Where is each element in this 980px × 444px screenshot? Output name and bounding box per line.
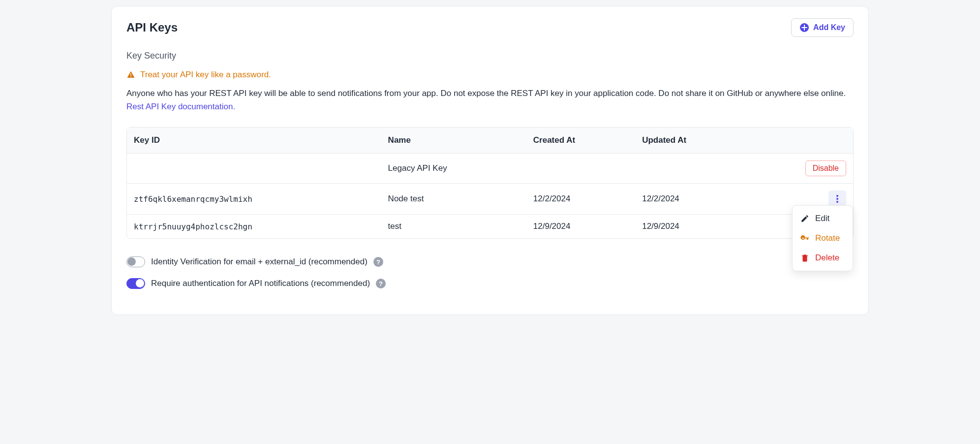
row-actions-menu: Edit Rotate Delete bbox=[792, 205, 853, 271]
disable-button[interactable]: Disable bbox=[805, 160, 846, 176]
identity-verification-row: Identity Verification for email + extern… bbox=[126, 256, 854, 267]
cell-name: Legacy API Key bbox=[381, 154, 526, 184]
cell-key-id: ztf6qkl6xemanrqcmy3wlmixh bbox=[127, 184, 381, 215]
security-description: Anyone who has your REST API key will be… bbox=[126, 87, 854, 113]
menu-edit-label: Edit bbox=[815, 214, 829, 223]
auth-required-row: Require authentication for API notificat… bbox=[126, 278, 854, 289]
api-keys-table-wrap: Key ID Name Created At Updated At Legacy… bbox=[126, 127, 854, 239]
rest-api-doc-link[interactable]: Rest API Key documentation. bbox=[126, 102, 235, 111]
key-icon bbox=[800, 234, 809, 243]
add-key-label: Add Key bbox=[813, 23, 845, 32]
svg-rect-2 bbox=[130, 76, 131, 77]
menu-rotate-label: Rotate bbox=[815, 233, 840, 243]
cell-updated-at: 12/2/2024 bbox=[635, 184, 766, 215]
kebab-icon bbox=[836, 195, 838, 203]
col-actions bbox=[766, 127, 853, 154]
col-updated-at: Updated At bbox=[635, 127, 766, 154]
identity-verification-label: Identity Verification for email + extern… bbox=[151, 257, 368, 267]
help-icon[interactable]: ? bbox=[376, 279, 386, 288]
svg-point-5 bbox=[836, 201, 838, 203]
cell-updated-at: 12/9/2024 bbox=[635, 215, 766, 239]
svg-point-3 bbox=[836, 195, 838, 197]
add-key-button[interactable]: Add Key bbox=[791, 18, 854, 37]
api-keys-card: API Keys Add Key Key Security Treat your… bbox=[111, 6, 869, 315]
cell-name: test bbox=[381, 215, 526, 239]
cell-key-id bbox=[127, 154, 381, 184]
row-actions-button[interactable] bbox=[828, 190, 846, 207]
description-text: Anyone who has your REST API key will be… bbox=[126, 89, 846, 98]
table-row: ktrrjr5nuuyg4phozlcsc2hgn test 12/9/2024… bbox=[127, 215, 853, 239]
warning-text: Treat your API key like a password. bbox=[140, 70, 271, 80]
col-key-id: Key ID bbox=[127, 127, 381, 154]
table-row: ztf6qkl6xemanrqcmy3wlmixh Node test 12/2… bbox=[127, 184, 853, 215]
plus-circle-icon bbox=[799, 23, 809, 32]
svg-point-4 bbox=[836, 198, 838, 200]
header-row: API Keys Add Key bbox=[126, 18, 854, 37]
col-created-at: Created At bbox=[526, 127, 635, 154]
menu-item-rotate[interactable]: Rotate bbox=[793, 228, 853, 248]
page-title: API Keys bbox=[126, 21, 178, 34]
warning-triangle-icon bbox=[126, 70, 135, 79]
menu-item-delete[interactable]: Delete bbox=[793, 248, 853, 268]
cell-created-at bbox=[526, 154, 635, 184]
cell-created-at: 12/2/2024 bbox=[526, 184, 635, 215]
cell-updated-at bbox=[635, 154, 766, 184]
auth-required-toggle[interactable] bbox=[126, 278, 145, 289]
svg-rect-1 bbox=[130, 73, 131, 76]
identity-verification-toggle[interactable] bbox=[126, 256, 145, 267]
trash-icon bbox=[800, 254, 809, 262]
col-name: Name bbox=[381, 127, 526, 154]
table-row: Legacy API Key Disable bbox=[127, 154, 853, 184]
pencil-icon bbox=[800, 214, 809, 223]
cell-created-at: 12/9/2024 bbox=[526, 215, 635, 239]
cell-name: Node test bbox=[381, 184, 526, 215]
help-icon[interactable]: ? bbox=[373, 257, 383, 267]
warning-row: Treat your API key like a password. bbox=[126, 70, 854, 80]
api-keys-table: Key ID Name Created At Updated At Legacy… bbox=[127, 127, 853, 238]
table-header-row: Key ID Name Created At Updated At bbox=[127, 127, 853, 154]
cell-key-id: ktrrjr5nuuyg4phozlcsc2hgn bbox=[127, 215, 381, 239]
auth-required-label: Require authentication for API notificat… bbox=[151, 279, 370, 288]
key-security-heading: Key Security bbox=[126, 51, 854, 61]
menu-item-edit[interactable]: Edit bbox=[793, 209, 853, 228]
menu-delete-label: Delete bbox=[815, 253, 839, 263]
